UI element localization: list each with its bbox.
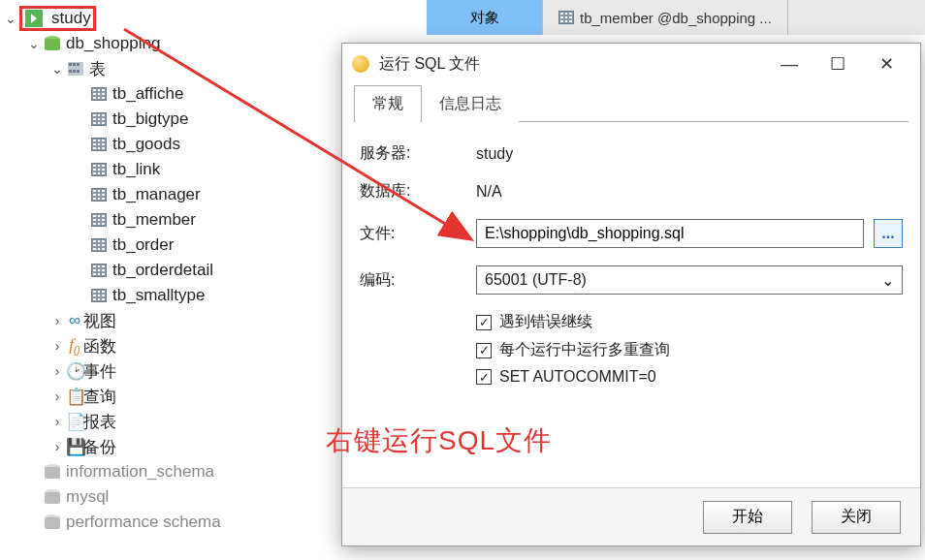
tab-tb-member[interactable]: tb_member @db_shopping ...	[543, 0, 788, 35]
chevron-right-icon[interactable]	[48, 389, 66, 404]
table-label: tb_smalltype	[112, 286, 205, 305]
backups-folder[interactable]: 💾备份	[0, 434, 349, 459]
maximize-button[interactable]: ☐	[813, 44, 862, 84]
minimize-button[interactable]: —	[765, 44, 813, 84]
chevron-right-icon[interactable]	[48, 338, 66, 354]
dialog-form: 服务器: study 数据库: N/A 文件: ... 编码: 65001 (U…	[342, 122, 920, 401]
encoding-select[interactable]: 65001 (UTF-8) ⌄	[476, 265, 903, 295]
backups-label: 备份	[83, 436, 116, 458]
close-dialog-button[interactable]: 关闭	[812, 501, 901, 534]
events-folder[interactable]: 🕑事件	[0, 358, 349, 384]
database-label: information_schema	[66, 462, 214, 482]
table-icon	[89, 186, 109, 203]
database-icon	[43, 513, 62, 531]
tab-tb-member-label: tb_member @db_shopping ...	[580, 10, 772, 26]
chevron-down-icon[interactable]	[25, 36, 43, 51]
connection-tree[interactable]: study db_shopping 表 tb_affiche tb_bigtyp…	[0, 0, 349, 560]
table-row[interactable]: tb_link	[0, 157, 349, 182]
chevron-right-icon[interactable]	[48, 414, 66, 429]
table-row[interactable]: tb_order	[0, 233, 349, 258]
table-row[interactable]: tb_smalltype	[0, 283, 349, 308]
tables-folder-icon	[66, 60, 85, 78]
tab-general[interactable]: 常规	[354, 85, 422, 122]
report-icon: 📄	[66, 412, 83, 432]
chevron-right-icon[interactable]	[48, 313, 66, 328]
check-label: SET AUTOCOMMIT=0	[499, 368, 656, 386]
database-label: mysql	[66, 487, 109, 507]
table-label: tb_member	[112, 210, 196, 230]
table-icon	[89, 110, 109, 128]
table-label: tb_goods	[112, 135, 180, 154]
check-autocommit[interactable]: ✓ SET AUTOCOMMIT=0	[476, 368, 903, 386]
reports-folder[interactable]: 📄报表	[0, 409, 349, 434]
checkbox-icon[interactable]: ✓	[476, 315, 492, 330]
database-label: db_shopping	[66, 34, 160, 53]
table-label: tb_order	[112, 235, 174, 255]
file-input[interactable]	[476, 219, 864, 248]
check-label: 遇到错误继续	[499, 312, 592, 332]
table-row[interactable]: tb_manager	[0, 182, 349, 207]
tab-log-label: 信息日志	[439, 95, 501, 111]
table-icon	[89, 161, 109, 178]
database-label: performance schema	[66, 513, 221, 532]
functions-label: 函数	[83, 335, 116, 358]
chevron-right-icon[interactable]	[48, 439, 66, 454]
table-label: tb_bigtype	[112, 109, 188, 129]
check-multi-queries[interactable]: ✓ 每个运行中运行多重查询	[476, 340, 903, 360]
table-icon	[558, 11, 574, 24]
table-row[interactable]: tb_orderdetail	[0, 258, 349, 283]
database-icon	[43, 463, 62, 481]
clock-icon: 🕑	[66, 361, 83, 382]
table-row[interactable]: tb_goods	[0, 132, 349, 157]
checkbox-icon[interactable]: ✓	[476, 343, 492, 358]
table-icon	[89, 211, 109, 229]
table-row[interactable]: tb_bigtype	[0, 107, 349, 132]
table-row[interactable]: tb_member	[0, 207, 349, 233]
check-continue-on-error[interactable]: ✓ 遇到错误继续	[476, 312, 903, 332]
queries-folder[interactable]: 📋查询	[0, 384, 349, 409]
browse-button[interactable]: ...	[874, 219, 903, 248]
dialog-tabs: 常规 信息日志	[342, 84, 920, 121]
views-folder[interactable]: ∞视图	[0, 308, 349, 333]
database-label: 数据库:	[360, 181, 476, 202]
close-button[interactable]: ✕	[862, 44, 910, 84]
database-value: N/A	[476, 183, 903, 201]
chevron-down-icon[interactable]	[2, 11, 19, 26]
connection-icon	[24, 10, 44, 27]
server-label: 服务器:	[360, 143, 476, 164]
browse-label: ...	[881, 225, 894, 242]
connection-node[interactable]: study	[0, 6, 349, 31]
table-icon	[89, 85, 109, 103]
reports-label: 报表	[83, 411, 116, 433]
query-icon: 📋	[66, 387, 83, 407]
start-button[interactable]: 开始	[703, 501, 792, 534]
app-icon	[352, 55, 369, 73]
server-value: study	[476, 145, 903, 163]
views-label: 视图	[83, 310, 116, 332]
tab-objects[interactable]: 对象	[427, 0, 543, 35]
encoding-value: 65001 (UTF-8)	[485, 271, 587, 289]
database-node-inactive[interactable]: mysql	[0, 484, 349, 510]
editor-tabs: 对象 tb_member @db_shopping ...	[427, 0, 925, 35]
table-row[interactable]: tb_affiche	[0, 81, 349, 107]
table-label: tb_affiche	[112, 84, 183, 104]
encoding-label: 编码:	[360, 270, 476, 291]
dialog-titlebar[interactable]: 运行 SQL 文件 — ☐ ✕	[342, 44, 920, 84]
chevron-down-icon[interactable]	[48, 61, 66, 77]
database-node-inactive[interactable]: information_schema	[0, 459, 349, 484]
checkbox-icon[interactable]: ✓	[476, 369, 492, 385]
table-icon	[89, 262, 109, 279]
database-node[interactable]: db_shopping	[0, 31, 349, 56]
views-icon: ∞	[66, 311, 83, 330]
functions-folder[interactable]: f()函数	[0, 333, 349, 358]
events-label: 事件	[83, 360, 116, 383]
tables-folder[interactable]: 表	[0, 56, 349, 81]
table-label: tb_orderdetail	[112, 261, 213, 280]
database-node-inactive[interactable]: performance schema	[0, 510, 349, 535]
check-label: 每个运行中运行多重查询	[499, 340, 670, 360]
table-icon	[89, 287, 109, 304]
dialog-footer: 开始 关闭	[342, 487, 920, 545]
backup-icon: 💾	[66, 437, 83, 457]
tab-message-log[interactable]: 信息日志	[422, 85, 519, 122]
chevron-right-icon[interactable]	[48, 363, 66, 379]
